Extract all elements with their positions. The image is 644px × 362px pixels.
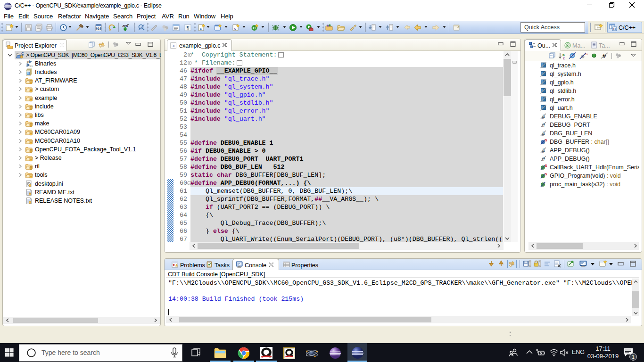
svg-text:¶: ¶	[186, 25, 189, 31]
svg-text:c: c	[200, 26, 202, 31]
svg-text:01: 01	[30, 65, 33, 67]
svg-text:h: h	[27, 72, 29, 75]
svg-text:S: S	[545, 172, 547, 176]
svg-text:AVR: AVR	[122, 25, 128, 27]
svg-text:S: S	[545, 138, 547, 142]
svg-text:C: C	[253, 26, 256, 30]
svg-text:.c: .c	[172, 43, 175, 48]
svg-text:C: C	[613, 27, 616, 31]
svg-text:z: z	[563, 56, 565, 60]
svg-text:C: C	[21, 51, 24, 56]
svg-text:S: S	[585, 52, 588, 56]
svg-text:S: S	[545, 164, 547, 168]
svg-text:010: 010	[96, 27, 101, 31]
svg-text:1: 1	[632, 354, 635, 360]
svg-text:c: c	[234, 26, 237, 31]
